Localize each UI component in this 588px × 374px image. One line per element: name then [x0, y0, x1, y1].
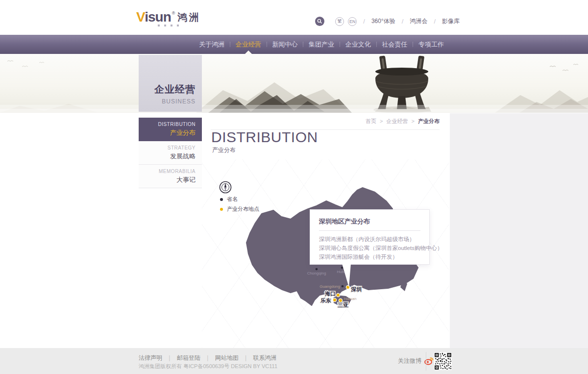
page-title: DISTRIBUTION [211, 129, 318, 146]
breadcrumb-home[interactable]: 首页 [366, 118, 376, 124]
footer-link-divider: | [245, 354, 246, 361]
footer-copyright: 鸿洲集团版权所有 粤ICP备0500639号 DESIGN BY VC111 [139, 363, 277, 370]
sidebar-section-header: 企业经营 BUSINESS [139, 55, 202, 112]
province-label-chongqing: Chongqing [307, 271, 326, 275]
header-link-hongzhou-club[interactable]: 鸿洲会 [410, 17, 427, 25]
ding-artifact-illustration [373, 55, 431, 113]
sidebar-item-memorabilia[interactable]: MEMORABILIA 大事记 [139, 165, 202, 188]
sidebar-item-distribution[interactable]: DISTRIBUTION 产业分布 [139, 118, 202, 141]
sidebar-menu: DISTRIBUTION 产业分布 STRATEGY 发展战略 MEMORABI… [139, 118, 202, 188]
nav-item-business-label: 企业经营 [236, 41, 261, 48]
main-navbar: 关于鸿洲 企业经营 新闻中心 集团产业 企业文化 社会责任 专项工作 [0, 35, 588, 54]
city-label-ledong: 乐东 [320, 298, 331, 303]
breadcrumb-current: 产业分布 [418, 118, 440, 124]
province-label-guangdong: Guangdong [319, 284, 340, 289]
lang-english-button[interactable]: EN [348, 17, 357, 26]
nav-item-news[interactable]: 新闻中心 [267, 35, 303, 54]
logo-brand-text: Visun [136, 11, 171, 24]
nav-item-about[interactable]: 关于鸿洲 [194, 35, 230, 54]
breadcrumb-business[interactable]: 企业经营 [386, 118, 408, 124]
popup-item: 深圳鸿洲新都（内设沃尔玛超级市场） [319, 235, 420, 244]
page-subtitle: 产业分布 [212, 146, 236, 154]
city-dot-ledong[interactable] [333, 298, 336, 301]
nav-item-social-responsibility[interactable]: 社会责任 [376, 35, 413, 54]
nav-item-business[interactable]: 企业经营 [230, 35, 267, 54]
header-utility-bar: 繁 EN / 360°体验 / 鸿洲会 / 影像库 [315, 17, 460, 26]
nav-item-special-projects[interactable]: 专项工作 [413, 35, 449, 54]
footer-link-divider: | [169, 354, 170, 361]
page-footer: 法律声明 | 邮箱登陆 | 网站地图 | 联系鸿洲 鸿洲集团版权所有 粤ICP备… [0, 348, 588, 374]
popup-pointer-tail [340, 264, 353, 288]
province-label-hainan: Hainan [344, 297, 356, 301]
header-link-360-experience[interactable]: 360°体验 [371, 17, 395, 25]
shenzhen-distribution-popup: 深圳地区产业分布 深圳鸿洲新都（内设沃尔玛超级市场） 深圳湖心岛度假公寓（深圳首… [310, 209, 430, 265]
header-separator: / [363, 18, 365, 25]
breadcrumb: 首页 > 企业经营 > 产业分布 [211, 118, 440, 130]
sidebar-item-cn-label: 大事记 [176, 175, 196, 184]
footer-link-contact[interactable]: 联系鸿洲 [253, 354, 276, 361]
footer-link-sitemap[interactable]: 网站地图 [215, 354, 239, 361]
footer-link-divider: | [207, 354, 208, 361]
logo-chinese-name: 鸿洲 [177, 11, 200, 24]
weibo-qr-code [434, 352, 452, 370]
active-nav-pointer-icon [245, 50, 252, 54]
city-label-haikou: 海口 [324, 291, 336, 297]
site-logo[interactable]: Visun ® 鸿洲 [136, 11, 200, 24]
sidebar-item-cn-label: 发展战略 [170, 152, 196, 161]
header-separator: / [434, 18, 436, 25]
registered-mark: ® [172, 11, 175, 16]
footer-vertical-divider [426, 352, 426, 371]
header-separator: / [402, 18, 404, 25]
popup-divider [319, 230, 420, 231]
weibo-label: 关注微博 [398, 357, 421, 365]
sidebar-item-en-label: DISTRIBUTION [158, 122, 196, 127]
sidebar-title-cn: 企业经营 [154, 83, 196, 96]
breadcrumb-separator: > [380, 118, 383, 124]
popup-item: 深圳湖心岛度假公寓（深圳首家outlets购物中心） [319, 244, 420, 252]
sidebar-item-strategy[interactable]: STRATEGY 发展战略 [139, 141, 202, 165]
search-icon [317, 19, 322, 24]
nav-item-culture[interactable]: 企业文化 [340, 35, 376, 54]
city-dot-haikou[interactable] [336, 293, 340, 297]
province-dot-chongqing [316, 268, 318, 271]
popup-title: 深圳地区产业分布 [319, 217, 420, 226]
page-banner [0, 54, 588, 113]
logo-rest: isun [145, 9, 171, 25]
weibo-follow[interactable]: 关注微博 [398, 357, 434, 365]
sidebar-item-en-label: STRATEGY [168, 145, 196, 150]
breadcrumb-separator: > [412, 118, 415, 124]
right-background-panel [450, 113, 588, 348]
footer-link-mail-login[interactable]: 邮箱登陆 [177, 354, 200, 361]
header-link-image-gallery[interactable]: 影像库 [442, 17, 460, 25]
city-label-sanya: 三亚 [338, 302, 348, 308]
sidebar-item-cn-label: 产业分布 [170, 128, 196, 137]
sidebar-item-en-label: MEMORABILIA [159, 169, 196, 174]
nav-items: 关于鸿洲 企业经营 新闻中心 集团产业 企业文化 社会责任 专项工作 [194, 35, 449, 54]
search-button[interactable] [315, 17, 324, 26]
footer-links: 法律声明 | 邮箱登陆 | 网站地图 | 联系鸿洲 [139, 354, 276, 362]
sidebar-title-en: BUSINESS [162, 98, 196, 105]
popup-item: 深圳鸿洲国际游艇会（待开发） [319, 252, 420, 261]
top-header: Visun ® 鸿洲 繁 EN / 360°体验 / 鸿洲会 / 影像库 [0, 0, 588, 35]
lang-traditional-button[interactable]: 繁 [335, 17, 344, 26]
footer-link-legal[interactable]: 法律声明 [139, 354, 162, 361]
banner-landscape-illustration [0, 54, 588, 113]
logo-tagline-marks [158, 25, 179, 26]
logo-initial: V [136, 9, 145, 25]
nav-item-group-industry[interactable]: 集团产业 [303, 35, 340, 54]
